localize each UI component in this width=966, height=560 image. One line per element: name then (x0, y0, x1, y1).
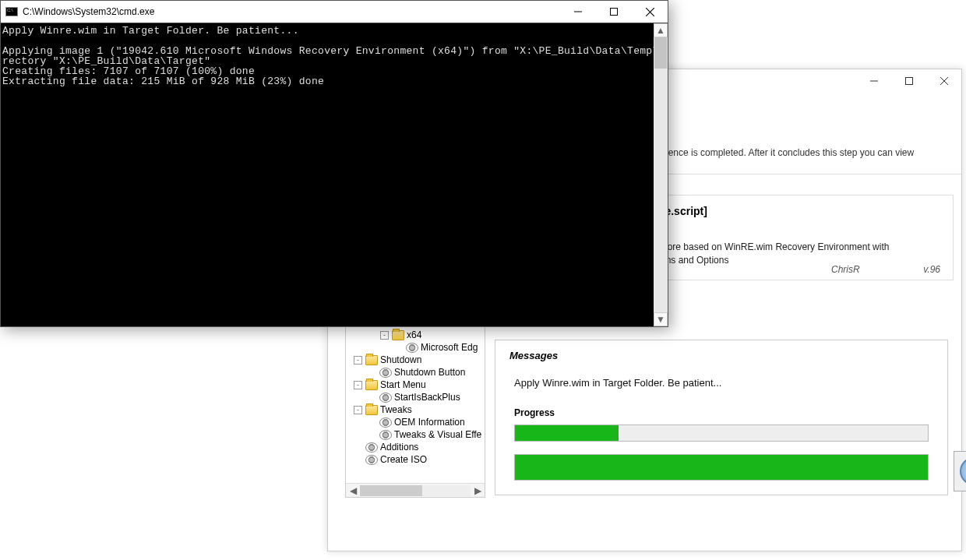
scroll-track[interactable] (360, 485, 471, 496)
tree-folder[interactable]: -Shutdown (346, 354, 485, 366)
tree-item-label: OEM Information (394, 417, 465, 428)
progress-bar-step (514, 424, 929, 442)
tree-folder[interactable]: -x64 (346, 329, 485, 341)
cmd-close-button[interactable] (632, 1, 668, 23)
cmd-minimize-button[interactable] (560, 1, 596, 23)
cancel-button[interactable]: X (954, 451, 966, 491)
script-version: v.96 (923, 264, 940, 275)
script-author: ChrisR (831, 264, 860, 275)
cancel-x-icon: X (960, 457, 966, 485)
tree-item[interactable]: StartIsBackPlus (346, 391, 485, 403)
tree-item-label: StartIsBackPlus (394, 392, 460, 403)
tree-item[interactable]: Tweaks & Visual Effe (346, 428, 485, 441)
scroll-down-arrow[interactable]: ▼ (654, 312, 668, 326)
tree-item-label: Start Menu (380, 379, 426, 390)
tree-item-label: Shutdown (380, 354, 421, 365)
cmd-output: Apply Winre.wim in Target Folder. Be pat… (1, 23, 654, 326)
tree-toggle[interactable]: - (354, 381, 362, 389)
cmd-icon (5, 7, 18, 16)
tree-item-label: x64 (407, 329, 421, 340)
gear-icon (379, 417, 392, 428)
tree-item-label: Tweaks (380, 404, 412, 415)
cmd-titlebar[interactable]: C:\Windows\System32\cmd.exe (1, 1, 668, 23)
messages-text: Apply Winre.wim in Target Folder. Be pat… (514, 377, 933, 389)
tree-toggle[interactable]: - (380, 331, 389, 340)
scroll-thumb[interactable] (360, 485, 422, 496)
progress-bar-overall (514, 454, 929, 481)
tree-item[interactable]: Additions (346, 441, 485, 453)
svg-rect-0 (905, 78, 912, 85)
maximize-button[interactable] (891, 69, 926, 93)
scroll-thumb[interactable] (654, 37, 667, 69)
scroll-left-arrow[interactable]: ◀ (346, 485, 360, 496)
tree-item[interactable]: Microsoft Edg (346, 341, 485, 354)
folder-icon (365, 405, 378, 415)
tree-item-label: Shutdown Button (394, 367, 465, 378)
tree-item-label: Microsoft Edg (421, 342, 478, 353)
tree-item[interactable]: Shutdown Button (346, 366, 485, 379)
tree-toggle[interactable]: - (354, 406, 362, 414)
folder-icon (392, 330, 404, 340)
script-description: Core based on WinRE.wim Recovery Environ… (661, 241, 940, 267)
progress-bar-overall-fill (515, 455, 928, 480)
gear-icon (379, 368, 392, 378)
tree-horizontal-scrollbar[interactable]: ◀ ▶ (346, 483, 485, 497)
scroll-right-arrow[interactable]: ▶ (471, 485, 485, 496)
cmd-window: C:\Windows\System32\cmd.exe Apply Winre.… (0, 0, 668, 327)
minimize-button[interactable] (856, 69, 891, 93)
scroll-up-arrow[interactable]: ▲ (654, 23, 668, 37)
gear-icon (379, 393, 392, 403)
progress-bar-step-fill (515, 425, 619, 441)
cmd-title: C:\Windows\System32\cmd.exe (23, 6, 560, 17)
script-title: re.script] (661, 205, 940, 217)
tree-toggle[interactable]: - (354, 356, 362, 365)
tree-folder[interactable]: -Start Menu (346, 379, 485, 391)
svg-rect-1 (611, 9, 618, 16)
gear-icon (365, 455, 378, 465)
tree-item[interactable]: OEM Information (346, 416, 485, 428)
tree-item-label: Tweaks & Visual Effe (394, 429, 481, 440)
gear-icon (406, 343, 418, 353)
cmd-maximize-button[interactable] (596, 1, 632, 23)
progress-heading: Progress (514, 407, 933, 418)
gear-icon (365, 442, 378, 453)
folder-icon (365, 380, 378, 390)
gear-icon (379, 430, 392, 440)
project-tree[interactable]: -x64Microsoft Edg-ShutdownShutdown Butto… (345, 326, 485, 498)
messages-heading: Messages (509, 350, 933, 361)
close-button[interactable] (926, 69, 961, 93)
tree-folder[interactable]: -Tweaks (346, 403, 485, 416)
messages-panel: Messages Apply Winre.wim in Target Folde… (495, 340, 948, 495)
scroll-track[interactable] (654, 37, 668, 312)
tree-item-label: Create ISO (380, 454, 427, 465)
tree-item-label: Additions (380, 442, 418, 453)
cmd-vertical-scrollbar[interactable]: ▲ ▼ (654, 23, 668, 326)
folder-icon (365, 355, 378, 365)
tree-item[interactable]: Create ISO (346, 453, 485, 466)
